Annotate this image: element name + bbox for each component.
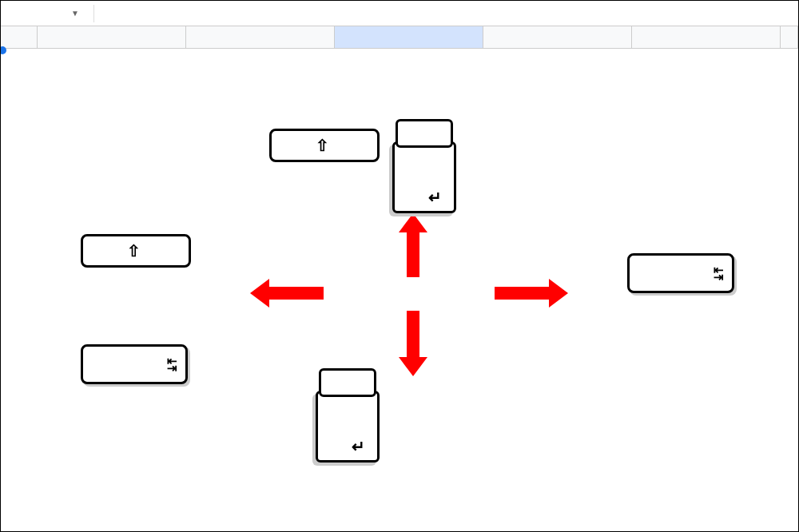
name-box[interactable]: ▼: [1, 1, 87, 26]
col-header-B[interactable]: [186, 26, 335, 48]
arrow-left: [268, 287, 324, 300]
arrow-up: [407, 229, 419, 277]
col-header-E[interactable]: [632, 26, 781, 48]
enter-label-box: [396, 119, 453, 148]
tab-arrows-icon: ⇤⇥: [167, 357, 177, 371]
enter-label-box: [319, 368, 376, 397]
spreadsheet-grid[interactable]: [1, 26, 798, 49]
enter-key-body: [392, 141, 456, 213]
separator: [93, 5, 94, 22]
annotation-overlay: ⇧ ↵ ⇧ ⇤⇥ ⇤⇥ ↵: [1, 49, 798, 532]
arrow-down: [407, 311, 419, 359]
enter-key-body: [316, 391, 380, 463]
formula-bar: ▼: [1, 1, 798, 26]
select-all-corner[interactable]: [1, 26, 38, 48]
arrow-left-head: [250, 279, 269, 308]
shift-key-up: ⇧: [269, 129, 380, 162]
active-cell-outline: [1, 49, 4, 52]
col-header-D[interactable]: [483, 26, 632, 48]
shift-arrow-icon: ⇧: [127, 241, 141, 260]
tab-arrows-icon: ⇤⇥: [714, 266, 724, 280]
shift-key-left: ⇧: [81, 234, 191, 268]
arrow-down-head: [399, 357, 427, 376]
arrow-right: [495, 287, 551, 300]
tab-key-right: ⇤⇥: [627, 253, 734, 293]
shift-arrow-icon: ⇧: [316, 136, 329, 155]
dropdown-icon[interactable]: ▼: [71, 9, 79, 18]
arrow-up-head: [399, 213, 427, 232]
column-headers: [1, 26, 798, 49]
arrow-right-head: [549, 279, 568, 308]
col-header-A[interactable]: [38, 26, 186, 48]
col-header-extra[interactable]: [781, 26, 798, 48]
col-header-C[interactable]: [335, 26, 483, 48]
tab-key-left: ⇤⇥: [81, 344, 188, 384]
